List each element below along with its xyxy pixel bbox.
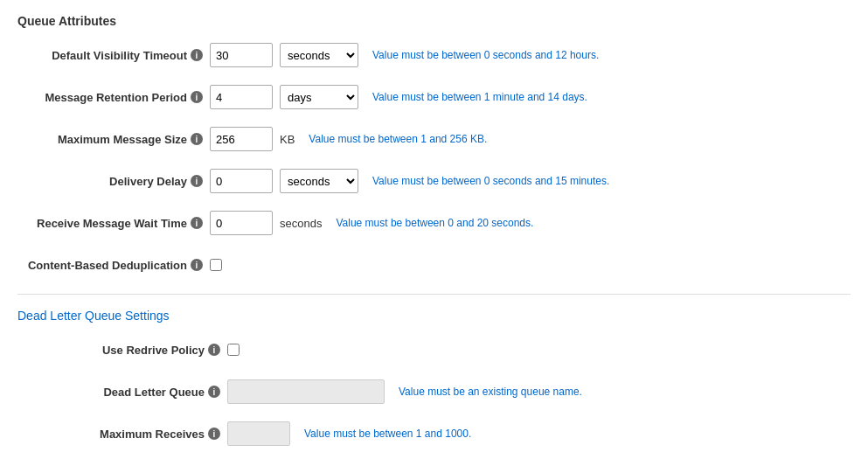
page-container: Queue Attributes Default Visibility Time… xyxy=(0,0,868,466)
queue-attributes-title: Queue Attributes xyxy=(17,14,851,28)
message-retention-period-row: Message Retention Period i seconds minut… xyxy=(17,82,851,112)
maximum-receives-row: Maximum Receives i Value must be between… xyxy=(35,419,851,449)
dead-letter-queue-hint: Value must be an existing queue name. xyxy=(399,386,582,398)
delivery-delay-row: Delivery Delay i seconds minutes Value m… xyxy=(17,166,851,196)
dead-letter-queue-info-icon[interactable]: i xyxy=(208,386,220,398)
receive-message-wait-time-controls: seconds Value must be between 0 and 20 s… xyxy=(210,211,851,235)
delivery-delay-info-icon[interactable]: i xyxy=(191,175,203,187)
maximum-receives-controls: Value must be between 1 and 1000. xyxy=(227,421,851,446)
section-divider xyxy=(17,294,851,295)
maximum-message-size-info-icon[interactable]: i xyxy=(191,133,203,145)
dead-letter-queue-input xyxy=(227,379,385,404)
use-redrive-policy-controls xyxy=(227,344,851,356)
maximum-message-size-label: Maximum Message Size i xyxy=(17,133,210,146)
receive-message-wait-time-unit: seconds xyxy=(280,217,322,230)
use-redrive-policy-label: Use Redrive Policy i xyxy=(35,344,227,357)
maximum-message-size-row: Maximum Message Size i KB Value must be … xyxy=(17,124,851,154)
maximum-message-size-controls: KB Value must be between 1 and 256 KB. xyxy=(210,127,851,151)
receive-message-wait-time-label: Receive Message Wait Time i xyxy=(17,217,210,230)
maximum-message-size-unit: KB xyxy=(280,133,295,146)
message-retention-period-info-icon[interactable]: i xyxy=(191,91,203,103)
use-redrive-policy-checkbox[interactable] xyxy=(227,344,240,356)
maximum-message-size-input[interactable] xyxy=(210,127,273,151)
message-retention-period-unit-select[interactable]: seconds minutes hours days xyxy=(280,85,358,109)
delivery-delay-input[interactable] xyxy=(210,169,273,193)
receive-message-wait-time-info-icon[interactable]: i xyxy=(191,217,203,229)
receive-message-wait-time-row: Receive Message Wait Time i seconds Valu… xyxy=(17,208,851,238)
dead-letter-content: Use Redrive Policy i Dead Letter Queue i… xyxy=(17,335,851,449)
message-retention-period-input[interactable] xyxy=(210,85,273,109)
maximum-message-size-hint: Value must be between 1 and 256 KB. xyxy=(309,133,487,145)
delivery-delay-label: Delivery Delay i xyxy=(17,175,210,188)
dead-letter-queue-title: Dead Letter Queue Settings xyxy=(17,309,851,323)
default-visibility-timeout-unit-select[interactable]: seconds minutes hours xyxy=(280,43,358,67)
dead-letter-queue-section: Dead Letter Queue Settings Use Redrive P… xyxy=(17,309,851,449)
dead-letter-queue-controls: Value must be an existing queue name. xyxy=(227,379,851,404)
content-based-deduplication-row: Content-Based Deduplication i xyxy=(17,250,851,280)
content-based-deduplication-label: Content-Based Deduplication i xyxy=(17,259,210,272)
default-visibility-timeout-input[interactable] xyxy=(210,43,273,67)
delivery-delay-unit-select[interactable]: seconds minutes xyxy=(280,169,358,193)
receive-message-wait-time-hint: Value must be between 0 and 20 seconds. xyxy=(336,217,533,229)
message-retention-period-hint: Value must be between 1 minute and 14 da… xyxy=(372,91,587,103)
delivery-delay-hint: Value must be between 0 seconds and 15 m… xyxy=(372,175,609,187)
queue-attributes-section: Queue Attributes Default Visibility Time… xyxy=(17,14,851,280)
dead-letter-queue-label: Dead Letter Queue i xyxy=(35,386,227,399)
default-visibility-timeout-info-icon[interactable]: i xyxy=(191,49,203,61)
delivery-delay-controls: seconds minutes Value must be between 0 … xyxy=(210,169,851,193)
maximum-receives-hint: Value must be between 1 and 1000. xyxy=(304,428,471,440)
message-retention-period-controls: seconds minutes hours days Value must be… xyxy=(210,85,851,109)
content-based-deduplication-controls xyxy=(210,259,851,271)
maximum-receives-label: Maximum Receives i xyxy=(35,428,227,441)
use-redrive-policy-info-icon[interactable]: i xyxy=(208,344,220,356)
default-visibility-timeout-controls: seconds minutes hours Value must be betw… xyxy=(210,43,851,67)
default-visibility-timeout-row: Default Visibility Timeout i seconds min… xyxy=(17,40,851,70)
default-visibility-timeout-hint: Value must be between 0 seconds and 12 h… xyxy=(372,49,599,61)
maximum-receives-input xyxy=(227,421,290,446)
content-based-deduplication-info-icon[interactable]: i xyxy=(191,259,203,271)
default-visibility-timeout-label: Default Visibility Timeout i xyxy=(17,49,210,62)
dead-letter-queue-row: Dead Letter Queue i Value must be an exi… xyxy=(35,377,851,407)
maximum-receives-info-icon[interactable]: i xyxy=(208,428,220,440)
use-redrive-policy-row: Use Redrive Policy i xyxy=(35,335,851,365)
message-retention-period-label: Message Retention Period i xyxy=(17,91,210,104)
receive-message-wait-time-input[interactable] xyxy=(210,211,273,235)
content-based-deduplication-checkbox[interactable] xyxy=(210,259,222,271)
